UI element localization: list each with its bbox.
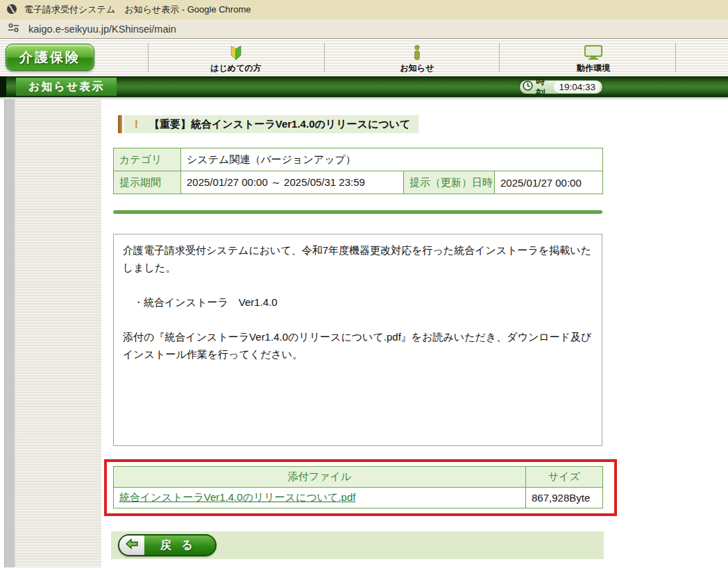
clock-widget: 時刻 19:04:33 [519, 80, 603, 94]
attachment-file-header: 添付ファイル [114, 467, 526, 488]
nav-divider [148, 43, 149, 72]
attachment-highlight-frame: 添付ファイル サイズ 統合インストーラVer1.4.0のリリースについて.pdf… [104, 459, 617, 516]
nav-label: はじめての方 [210, 62, 261, 74]
table-row: カテゴリ システム関連（バージョンアップ） [114, 148, 603, 171]
attachment-size-cell: 867,928Byte [526, 488, 603, 508]
green-divider [113, 210, 602, 214]
attachment-size-header: サイズ [526, 467, 603, 488]
back-button[interactable]: 戻 る [118, 534, 217, 556]
attachment-table: 添付ファイル サイズ 統合インストーラVer1.4.0のリリースについて.pdf… [113, 466, 603, 508]
notice-title: 【重要】統合インストーラVer1.4.0のリリースについて [149, 118, 410, 131]
nav-divider [675, 43, 676, 72]
importance-mark: ！ [131, 118, 142, 131]
clock-label: 時刻 [536, 75, 551, 100]
nav-divider [499, 43, 500, 72]
back-arrow-cap [119, 536, 144, 555]
nav-label: 動作環境 [577, 62, 610, 74]
site-settings-icon[interactable] [8, 23, 19, 35]
notice-title-box: ！ 【重要】統合インストーラVer1.4.0のリリースについて [124, 115, 418, 133]
back-arrow-icon [125, 537, 139, 554]
back-button-label: 戻 る [144, 538, 215, 553]
period-value: 2025/01/27 00:00 ～ 2025/05/31 23:59 [181, 171, 404, 194]
notice-title-block: ！ 【重要】統合インストーラVer1.4.0のリリースについて [118, 115, 418, 133]
nav-label: お知らせ [400, 62, 434, 74]
window-titlebar: 電子請求受付システム お知らせ表示 - Google Chrome [0, 0, 728, 19]
period-label: 提示期間 [114, 171, 181, 194]
updated-label: 提示（更新）日時 [404, 171, 495, 194]
nav-item-notices[interactable]: お知らせ [362, 45, 473, 74]
footer-band: 戻 る [111, 531, 604, 559]
table-row: 提示期間 2025/01/27 00:00 ～ 2025/05/31 23:59… [114, 171, 603, 194]
page-title: お知らせ表示 [16, 78, 117, 96]
category-value: システム関連（バージョンアップ） [181, 148, 603, 171]
url-text[interactable]: kaigo.e-seikyuu.jp/KShinsei/main [28, 24, 176, 35]
browser-window: 電子請求受付システム お知らせ表示 - Google Chrome kaigo.… [0, 0, 728, 582]
notice-content: ！ 【重要】統合インストーラVer1.4.0のリリースについて カテゴリ システ… [113, 99, 602, 582]
kaigo-hoken-home-button[interactable]: 介護保険 [6, 44, 94, 71]
table-header-row: 添付ファイル サイズ [114, 467, 603, 488]
attachment-file-link[interactable]: 統合インストーラVer1.4.0のリリースについて.pdf [119, 491, 355, 503]
page-title-bar: お知らせ表示 時刻 19:04:33 [0, 76, 728, 97]
notice-meta-table: カテゴリ システム関連（バージョンアップ） 提示期間 2025/01/27 00… [113, 148, 603, 194]
info-icon [413, 45, 421, 60]
nav-item-first-time[interactable]: はじめての方 [180, 45, 291, 74]
notice-body: 介護電子請求受付システムにおいて、令和7年度機器更改対応を行った統合インストーラ… [113, 234, 602, 446]
globe-icon [6, 3, 17, 17]
site-header: 介護保険 はじめての方 お知らせ [0, 39, 728, 76]
nav-item-environment[interactable]: 動作環境 [538, 45, 649, 74]
nav-divider [324, 43, 325, 72]
beginner-mark-icon [229, 45, 243, 60]
updated-value: 2025/01/27 00:00 [495, 171, 603, 194]
monitor-icon [584, 45, 602, 60]
clock-icon [523, 80, 533, 94]
window-title: 電子請求受付システム お知らせ表示 - Google Chrome [24, 3, 251, 16]
sidebar-scrollbar[interactable] [4, 99, 15, 567]
table-row: 統合インストーラVer1.4.0のリリースについて.pdf 867,928Byt… [114, 488, 603, 508]
category-label: カテゴリ [114, 148, 181, 171]
sidebar-frame [0, 99, 101, 567]
address-bar[interactable]: kaigo.e-seikyuu.jp/KShinsei/main [0, 19, 728, 39]
title-accent-bar [118, 115, 122, 133]
bar-notch [0, 76, 6, 97]
clock-time: 19:04:33 [554, 81, 600, 93]
attachment-file-cell: 統合インストーラVer1.4.0のリリースについて.pdf [114, 488, 526, 508]
